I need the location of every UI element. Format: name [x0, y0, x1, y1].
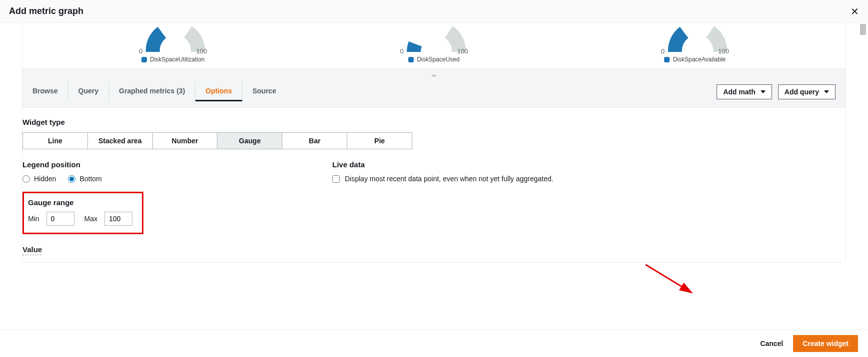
- legend-text: DiskSpaceUtilization: [150, 56, 204, 63]
- gauge-max-input[interactable]: [104, 212, 132, 226]
- widget-type-line[interactable]: Line: [23, 133, 88, 149]
- resize-handle-icon[interactable]: ═: [22, 69, 846, 82]
- widget-type-stacked-area[interactable]: Stacked area: [88, 133, 153, 149]
- tab-browse[interactable]: Browse: [22, 82, 68, 101]
- legend-hidden-radio[interactable]: Hidden: [22, 175, 56, 183]
- gauge-max-label: Max: [84, 215, 97, 223]
- gauge-diskspaceutilization: 0 100 DiskSpaceUtilization: [42, 23, 303, 63]
- modal-header: Add metric graph ✕: [0, 0, 868, 23]
- options-panel[interactable]: Widget type Line Stacked area Number Gau…: [22, 108, 846, 263]
- close-icon[interactable]: ✕: [851, 5, 859, 17]
- widget-type-label: Widget type: [22, 118, 836, 126]
- tab-source[interactable]: Source: [242, 82, 286, 101]
- legend-swatch-icon: [408, 57, 414, 62]
- modal-body: 0 100 DiskSpaceUtilization: [0, 23, 868, 330]
- widget-type-pie[interactable]: Pie: [347, 133, 412, 149]
- gauge-max-label: 100: [457, 47, 468, 55]
- widget-type-bar[interactable]: Bar: [282, 133, 347, 149]
- live-data-label: Live data: [332, 160, 553, 169]
- gauge-legend: DiskSpaceAvailable: [664, 56, 726, 63]
- gauge-max-label: 100: [196, 47, 207, 55]
- gauge-min-label: Min: [28, 215, 39, 223]
- gauge-min-input[interactable]: [46, 212, 74, 226]
- widget-type-gauge[interactable]: Gauge: [217, 133, 282, 149]
- radio-label: Bottom: [79, 175, 101, 183]
- modal-scroll[interactable]: 0 100 DiskSpaceUtilization: [0, 23, 868, 330]
- value-label: Value: [22, 245, 282, 254]
- add-math-button[interactable]: Add math: [717, 84, 772, 99]
- create-widget-button[interactable]: Create widget: [793, 335, 858, 352]
- gauges-preview: 0 100 DiskSpaceUtilization: [22, 23, 846, 69]
- tab-options[interactable]: Options: [195, 82, 242, 101]
- legend-text: DiskSpaceAvailable: [673, 56, 726, 63]
- legend-swatch-icon: [141, 57, 147, 62]
- gauge-diskspaceavailable: 0 100 DiskSpaceAvailable: [565, 23, 826, 63]
- scrollbar-thumb[interactable]: [860, 24, 866, 35]
- chevron-down-icon: [824, 90, 829, 93]
- legend-bottom-radio[interactable]: Bottom: [68, 175, 101, 183]
- gauge-max-label: 100: [718, 47, 729, 55]
- tabs: Browse Query Graphed metrics (3) Options…: [22, 82, 286, 101]
- tabs-row: Browse Query Graphed metrics (3) Options…: [22, 82, 846, 108]
- legend-text: DiskSpaceUsed: [417, 56, 459, 63]
- gauge-icon: [630, 23, 760, 52]
- checkbox-input[interactable]: [332, 175, 340, 183]
- button-label: Add query: [785, 88, 819, 96]
- gauge-min-label: 0: [400, 47, 403, 55]
- radio-input[interactable]: [68, 175, 75, 183]
- gauge-legend: DiskSpaceUtilization: [141, 56, 204, 63]
- legend-swatch-icon: [664, 57, 670, 62]
- gauge-min-label: 0: [661, 47, 665, 55]
- tab-graphed-metrics[interactable]: Graphed metrics (3): [109, 82, 195, 101]
- add-metric-graph-modal: Add metric graph ✕ 0 100: [0, 0, 868, 357]
- gauge-min-label: 0: [139, 47, 142, 55]
- cancel-button[interactable]: Cancel: [760, 340, 783, 348]
- widget-type-group: Line Stacked area Number Gauge Bar Pie: [22, 132, 412, 149]
- add-query-button[interactable]: Add query: [778, 84, 836, 99]
- button-label: Add math: [723, 88, 756, 96]
- value-dotted-line: [22, 255, 41, 255]
- gauge-range-label: Gauge range: [28, 198, 135, 207]
- tab-query[interactable]: Query: [68, 82, 109, 101]
- modal-title: Add metric graph: [9, 6, 83, 16]
- radio-input[interactable]: [22, 175, 30, 183]
- outer-scrollbar[interactable]: [859, 24, 866, 327]
- modal-footer: Cancel Create widget: [0, 330, 868, 357]
- gauge-diskspaceused: 0 100 DiskSpaceUsed: [303, 23, 564, 63]
- gauge-range-section: Gauge range Min Max: [22, 192, 143, 234]
- gauge-icon: [369, 23, 499, 52]
- gauge-icon: [108, 23, 238, 52]
- radio-label: Hidden: [34, 175, 56, 183]
- chevron-down-icon: [761, 90, 766, 93]
- widget-type-number[interactable]: Number: [153, 133, 218, 149]
- checkbox-label: Display most recent data point, even whe…: [345, 175, 553, 183]
- gauge-legend: DiskSpaceUsed: [408, 56, 459, 63]
- live-data-checkbox[interactable]: Display most recent data point, even whe…: [332, 175, 553, 183]
- legend-position-label: Legend position: [22, 160, 282, 169]
